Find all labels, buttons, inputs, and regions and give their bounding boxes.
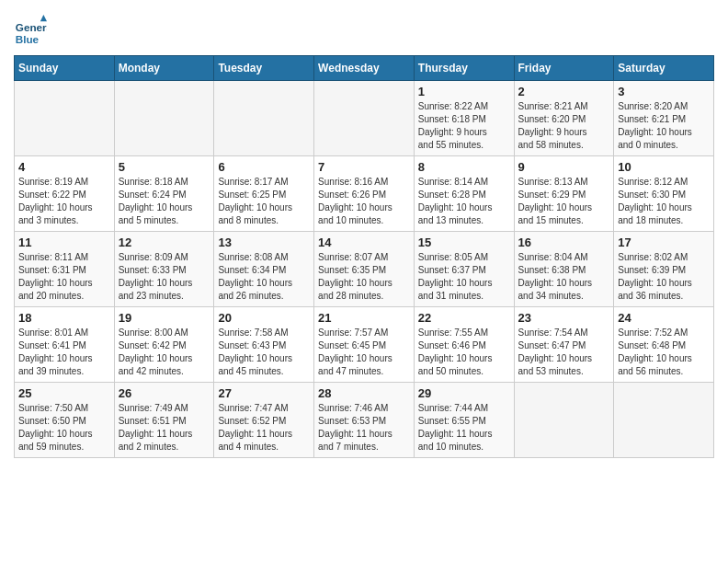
col-header-saturday: Saturday [614,56,714,81]
calendar-cell: 21Sunrise: 7:57 AM Sunset: 6:45 PM Dayli… [314,307,415,383]
day-info: Sunrise: 8:14 AM Sunset: 6:28 PM Dayligh… [418,176,510,227]
col-header-monday: Monday [114,56,214,81]
day-number: 26 [119,386,210,400]
day-number: 10 [618,160,710,174]
calendar-cell: 12Sunrise: 8:09 AM Sunset: 6:33 PM Dayli… [114,232,214,307]
day-info: Sunrise: 7:54 AM Sunset: 6:47 PM Dayligh… [518,327,610,378]
day-info: Sunrise: 8:07 AM Sunset: 6:35 PM Dayligh… [318,251,410,303]
day-number: 17 [618,236,710,249]
calendar-cell: 18Sunrise: 8:01 AM Sunset: 6:41 PM Dayli… [15,307,115,383]
svg-text:General: General [16,21,47,33]
day-number: 21 [318,311,410,325]
day-number: 9 [518,160,610,174]
calendar-cell: 26Sunrise: 7:49 AM Sunset: 6:51 PM Dayli… [114,383,214,458]
calendar-cell: 13Sunrise: 8:08 AM Sunset: 6:34 PM Dayli… [214,232,314,307]
day-info: Sunrise: 7:47 AM Sunset: 6:52 PM Dayligh… [218,402,310,454]
day-number: 7 [318,160,410,174]
calendar-cell [214,81,314,156]
col-header-tuesday: Tuesday [214,56,314,81]
calendar-cell: 6Sunrise: 8:17 AM Sunset: 6:25 PM Daylig… [214,156,314,232]
day-info: Sunrise: 7:58 AM Sunset: 6:43 PM Dayligh… [218,327,310,378]
day-info: Sunrise: 8:16 AM Sunset: 6:26 PM Dayligh… [318,176,410,227]
calendar-cell: 28Sunrise: 7:46 AM Sunset: 6:53 PM Dayli… [314,383,415,458]
day-info: Sunrise: 8:00 AM Sunset: 6:42 PM Dayligh… [119,327,210,378]
calendar-cell [15,81,115,156]
calendar-cell: 29Sunrise: 7:44 AM Sunset: 6:55 PM Dayli… [414,383,514,458]
calendar-cell [614,383,714,458]
day-number: 25 [18,386,110,400]
calendar-cell: 19Sunrise: 8:00 AM Sunset: 6:42 PM Dayli… [114,307,214,383]
day-info: Sunrise: 8:19 AM Sunset: 6:22 PM Dayligh… [18,176,110,227]
calendar-cell: 17Sunrise: 8:02 AM Sunset: 6:39 PM Dayli… [614,232,714,307]
day-info: Sunrise: 7:52 AM Sunset: 6:48 PM Dayligh… [618,327,710,378]
day-number: 6 [218,160,310,174]
header: General Blue [14,9,714,48]
calendar-cell: 23Sunrise: 7:54 AM Sunset: 6:47 PM Dayli… [514,307,614,383]
svg-marker-2 [40,15,47,21]
day-number: 28 [318,386,410,400]
day-info: Sunrise: 8:22 AM Sunset: 6:18 PM Dayligh… [418,100,510,152]
day-info: Sunrise: 7:46 AM Sunset: 6:53 PM Dayligh… [318,402,410,454]
day-number: 8 [418,160,510,174]
day-info: Sunrise: 7:44 AM Sunset: 6:55 PM Dayligh… [418,402,510,454]
day-number: 18 [18,311,110,325]
day-number: 14 [318,236,410,249]
day-info: Sunrise: 8:17 AM Sunset: 6:25 PM Dayligh… [218,176,310,227]
col-header-thursday: Thursday [414,56,514,81]
day-number: 1 [418,85,510,98]
day-number: 22 [418,311,510,325]
day-number: 23 [518,311,610,325]
day-info: Sunrise: 8:04 AM Sunset: 6:38 PM Dayligh… [518,251,610,303]
calendar-cell: 8Sunrise: 8:14 AM Sunset: 6:28 PM Daylig… [414,156,514,232]
calendar-cell: 25Sunrise: 7:50 AM Sunset: 6:50 PM Dayli… [15,383,115,458]
day-number: 27 [218,386,310,400]
day-info: Sunrise: 7:50 AM Sunset: 6:50 PM Dayligh… [18,402,110,454]
day-number: 4 [18,160,110,174]
day-info: Sunrise: 7:55 AM Sunset: 6:46 PM Dayligh… [418,327,510,378]
col-header-friday: Friday [514,56,614,81]
day-info: Sunrise: 8:20 AM Sunset: 6:21 PM Dayligh… [618,100,710,152]
day-info: Sunrise: 7:57 AM Sunset: 6:45 PM Dayligh… [318,327,410,378]
svg-text:Blue: Blue [16,33,40,45]
calendar-cell: 7Sunrise: 8:16 AM Sunset: 6:26 PM Daylig… [314,156,415,232]
calendar-cell: 11Sunrise: 8:11 AM Sunset: 6:31 PM Dayli… [15,232,115,307]
day-number: 12 [119,236,210,249]
day-info: Sunrise: 8:12 AM Sunset: 6:30 PM Dayligh… [618,176,710,227]
calendar-cell: 20Sunrise: 7:58 AM Sunset: 6:43 PM Dayli… [214,307,314,383]
day-number: 16 [518,236,610,249]
day-number: 24 [618,311,710,325]
day-info: Sunrise: 8:02 AM Sunset: 6:39 PM Dayligh… [618,251,710,303]
calendar-cell: 1Sunrise: 8:22 AM Sunset: 6:18 PM Daylig… [414,81,514,156]
day-number: 19 [119,311,210,325]
calendar-cell: 3Sunrise: 8:20 AM Sunset: 6:21 PM Daylig… [614,81,714,156]
day-info: Sunrise: 8:11 AM Sunset: 6:31 PM Dayligh… [18,251,110,303]
col-header-sunday: Sunday [15,56,115,81]
logo-icon: General Blue [14,15,47,48]
day-number: 29 [418,386,510,400]
day-number: 15 [418,236,510,249]
day-number: 3 [618,85,710,98]
calendar-cell: 16Sunrise: 8:04 AM Sunset: 6:38 PM Dayli… [514,232,614,307]
day-info: Sunrise: 8:09 AM Sunset: 6:33 PM Dayligh… [119,251,210,303]
day-number: 20 [218,311,310,325]
calendar-cell: 5Sunrise: 8:18 AM Sunset: 6:24 PM Daylig… [114,156,214,232]
col-header-wednesday: Wednesday [314,56,415,81]
calendar-cell [114,81,214,156]
calendar-cell: 14Sunrise: 8:07 AM Sunset: 6:35 PM Dayli… [314,232,415,307]
day-info: Sunrise: 8:05 AM Sunset: 6:37 PM Dayligh… [418,251,510,303]
calendar-cell: 4Sunrise: 8:19 AM Sunset: 6:22 PM Daylig… [15,156,115,232]
calendar-cell: 27Sunrise: 7:47 AM Sunset: 6:52 PM Dayli… [214,383,314,458]
day-info: Sunrise: 7:49 AM Sunset: 6:51 PM Dayligh… [119,402,210,454]
calendar-cell: 10Sunrise: 8:12 AM Sunset: 6:30 PM Dayli… [614,156,714,232]
calendar-table: SundayMondayTuesdayWednesdayThursdayFrid… [14,55,714,458]
day-info: Sunrise: 8:21 AM Sunset: 6:20 PM Dayligh… [518,100,610,152]
day-number: 11 [18,236,110,249]
logo: General Blue [14,9,47,48]
day-number: 5 [119,160,210,174]
day-number: 13 [218,236,310,249]
calendar-cell: 24Sunrise: 7:52 AM Sunset: 6:48 PM Dayli… [614,307,714,383]
calendar-cell: 15Sunrise: 8:05 AM Sunset: 6:37 PM Dayli… [414,232,514,307]
calendar-cell [514,383,614,458]
day-number: 2 [518,85,610,98]
calendar-cell: 22Sunrise: 7:55 AM Sunset: 6:46 PM Dayli… [414,307,514,383]
